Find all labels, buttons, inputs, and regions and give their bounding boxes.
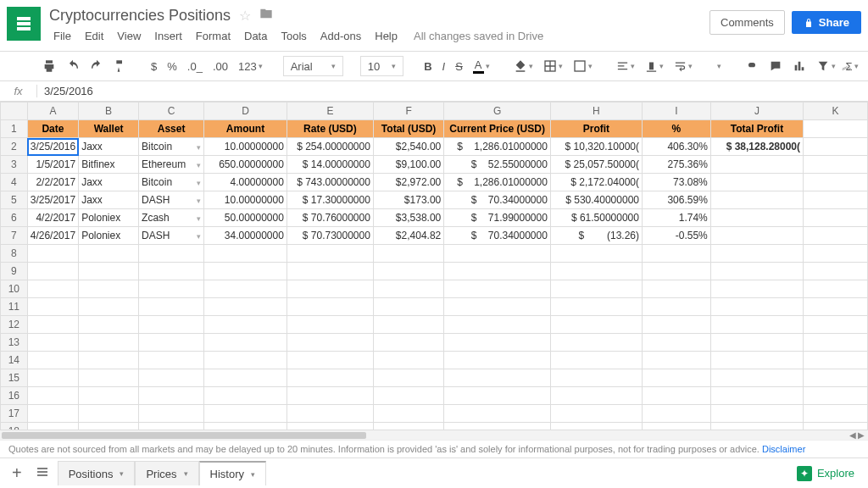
- font-size-select[interactable]: 10▾: [360, 56, 403, 76]
- cell-wallet[interactable]: Jaxx: [79, 191, 139, 209]
- decrease-decimal-button[interactable]: .0_: [184, 57, 206, 76]
- cell-pct[interactable]: 306.59%: [642, 191, 710, 209]
- scrollbar-thumb[interactable]: [2, 432, 366, 439]
- cell-tprofit[interactable]: [710, 209, 803, 227]
- cell[interactable]: [550, 405, 642, 423]
- cell[interactable]: [287, 245, 373, 263]
- paint-format-icon[interactable]: [110, 56, 131, 76]
- cell[interactable]: [79, 280, 139, 298]
- borders-button[interactable]: ▾: [540, 56, 566, 76]
- col-header-J[interactable]: J: [710, 103, 803, 120]
- cell-amount[interactable]: 10.00000000: [204, 191, 287, 209]
- cell[interactable]: [710, 263, 803, 280]
- star-icon[interactable]: ☆: [239, 8, 251, 24]
- cell[interactable]: [550, 423, 642, 430]
- cell-pct[interactable]: 73.08%: [642, 174, 710, 191]
- table-header-cell[interactable]: Wallet: [79, 120, 139, 138]
- print-icon[interactable]: [39, 56, 59, 76]
- cell-profit[interactable]: $ 61.50000000: [550, 209, 642, 227]
- cell[interactable]: [79, 405, 139, 423]
- cell[interactable]: [444, 423, 551, 430]
- scroll-left-icon[interactable]: ◀: [849, 430, 856, 440]
- cell[interactable]: [642, 280, 710, 298]
- cell-asset[interactable]: Zcash▾: [139, 209, 204, 227]
- cell[interactable]: [444, 280, 551, 298]
- row-header-10[interactable]: 10: [1, 280, 28, 298]
- menu-data[interactable]: Data: [238, 26, 273, 46]
- strike-button[interactable]: S: [452, 57, 466, 76]
- cell-total[interactable]: $9,100.00: [373, 156, 443, 174]
- cell[interactable]: [804, 369, 868, 387]
- cell[interactable]: [642, 369, 710, 387]
- cell[interactable]: [710, 334, 803, 352]
- row-header-13[interactable]: 13: [1, 334, 28, 352]
- cell[interactable]: [804, 334, 868, 352]
- table-header-cell[interactable]: Current Price (USD): [444, 120, 551, 138]
- cell-total[interactable]: $2,540.00: [373, 138, 443, 156]
- cell[interactable]: [204, 334, 287, 352]
- cell-total[interactable]: $2,404.82: [373, 227, 443, 245]
- cell-curprice[interactable]: $ 1,286.01000000: [444, 138, 551, 156]
- row-header-5[interactable]: 5: [1, 191, 28, 209]
- comments-button[interactable]: Comments: [709, 10, 785, 35]
- cell[interactable]: [550, 334, 642, 352]
- cell[interactable]: [79, 263, 139, 280]
- row-header-17[interactable]: 17: [1, 405, 28, 423]
- cell[interactable]: [804, 316, 868, 334]
- row-header-9[interactable]: 9: [1, 263, 28, 280]
- cell-rate[interactable]: $ 70.76000000: [287, 209, 373, 227]
- cell[interactable]: [79, 387, 139, 405]
- cell[interactable]: [444, 352, 551, 369]
- disclaimer-link[interactable]: Disclaimer: [762, 444, 805, 454]
- cell[interactable]: [642, 298, 710, 316]
- cell[interactable]: [79, 298, 139, 316]
- cell[interactable]: [804, 209, 868, 227]
- cell[interactable]: [444, 334, 551, 352]
- col-header-A[interactable]: A: [27, 103, 78, 120]
- tab-menu-icon[interactable]: ▾: [184, 469, 188, 478]
- all-sheets-button[interactable]: [32, 465, 53, 481]
- corner-cell[interactable]: [1, 103, 28, 120]
- cell[interactable]: [373, 245, 443, 263]
- table-header-cell[interactable]: %: [642, 120, 710, 138]
- cell[interactable]: [79, 369, 139, 387]
- table-header-cell[interactable]: Amount: [204, 120, 287, 138]
- cell-amount[interactable]: 650.00000000: [204, 156, 287, 174]
- row-header-8[interactable]: 8: [1, 245, 28, 263]
- col-header-G[interactable]: G: [444, 103, 551, 120]
- folder-icon[interactable]: [259, 7, 273, 25]
- cell[interactable]: [444, 369, 551, 387]
- v-align-button[interactable]: ▾: [642, 57, 667, 76]
- cell-pct[interactable]: 1.74%: [642, 209, 710, 227]
- cell[interactable]: [804, 245, 868, 263]
- cell[interactable]: [710, 298, 803, 316]
- cell[interactable]: [139, 405, 204, 423]
- menu-tools[interactable]: Tools: [275, 26, 312, 46]
- comment-icon[interactable]: [765, 56, 786, 76]
- wrap-button[interactable]: ▾: [670, 57, 696, 76]
- col-header-D[interactable]: D: [204, 103, 287, 120]
- cell-total[interactable]: $173.00: [373, 191, 443, 209]
- cell[interactable]: [204, 245, 287, 263]
- cell[interactable]: [642, 316, 710, 334]
- cell[interactable]: [642, 423, 710, 430]
- cell[interactable]: [804, 138, 868, 156]
- cell-wallet[interactable]: Poloniex: [79, 209, 139, 227]
- chart-icon[interactable]: [789, 56, 810, 76]
- cell[interactable]: [287, 334, 373, 352]
- cell[interactable]: [710, 280, 803, 298]
- cell[interactable]: [139, 298, 204, 316]
- sheets-logo[interactable]: [7, 7, 41, 41]
- cell[interactable]: [550, 298, 642, 316]
- cell[interactable]: [373, 316, 443, 334]
- cell-tprofit[interactable]: [710, 191, 803, 209]
- cell[interactable]: [204, 405, 287, 423]
- cell-wallet[interactable]: Jaxx: [79, 174, 139, 191]
- cell[interactable]: [804, 280, 868, 298]
- cell-curprice[interactable]: $ 70.34000000: [444, 227, 551, 245]
- cell[interactable]: [287, 263, 373, 280]
- cell-amount[interactable]: 34.00000000: [204, 227, 287, 245]
- cell[interactable]: [804, 156, 868, 174]
- bold-button[interactable]: B: [420, 57, 435, 76]
- cell[interactable]: [139, 263, 204, 280]
